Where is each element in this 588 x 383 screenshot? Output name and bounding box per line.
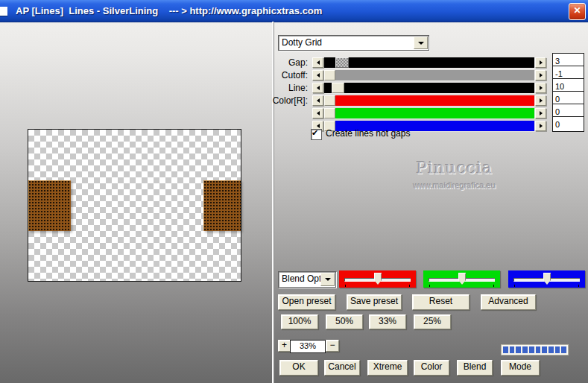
slider-track-line[interactable] <box>324 83 534 93</box>
blend-options-value: Blend Opti <box>282 273 322 285</box>
zoom-50-button[interactable]: 50% <box>326 314 363 329</box>
zoom-in-button[interactable]: + <box>278 340 291 352</box>
arrow-right-icon <box>540 73 543 77</box>
zoom-out-button[interactable]: − <box>326 340 339 352</box>
blend-button[interactable]: Blend <box>457 360 493 376</box>
trackbar-tick <box>345 285 346 287</box>
slider-label: Color[R]: <box>246 95 308 106</box>
zoom-100-button[interactable]: 100% <box>281 314 318 329</box>
trackbar-thumb[interactable] <box>374 273 382 285</box>
slider-label: Gap: <box>246 57 308 68</box>
blend-trackbar-green[interactable] <box>423 270 500 288</box>
arrow-right-icon <box>540 98 543 103</box>
effect-preset-dropdown[interactable]: Dotty Grid <box>278 35 429 51</box>
slider-row-cutoff: Cutoff: <box>0 70 588 80</box>
progress-segment <box>555 346 560 353</box>
preview-swatch-right <box>203 180 241 231</box>
save-preset-button[interactable]: Save preset <box>347 294 402 310</box>
slider-increment-button[interactable] <box>535 121 546 131</box>
trackbar-tick <box>409 285 410 287</box>
zoom-33-button[interactable]: 33% <box>369 314 406 329</box>
trackbar-thumb[interactable] <box>458 273 466 285</box>
slider-row-gap: Gap: <box>0 57 588 68</box>
open-preset-button[interactable]: Open preset <box>278 294 335 310</box>
blend-trackbar-blue[interactable] <box>508 270 585 288</box>
arrow-left-icon <box>317 73 320 77</box>
slider-decrement-button[interactable] <box>312 57 323 68</box>
progress-bar <box>501 344 569 355</box>
chevron-down-icon <box>418 42 424 45</box>
arrow-right-icon <box>540 124 543 128</box>
slider-thumb[interactable] <box>332 83 344 93</box>
progress-segment <box>522 346 528 353</box>
slider-decrement-button[interactable] <box>312 108 323 118</box>
slider-track-gap[interactable] <box>324 57 534 68</box>
create-lines-checkbox[interactable]: ✔ <box>311 129 322 140</box>
slider-thumb[interactable] <box>335 57 349 68</box>
slider-decrement-button[interactable] <box>312 95 323 106</box>
cancel-button[interactable]: Cancel <box>324 360 360 376</box>
progress-segment <box>503 346 508 353</box>
arrow-left-icon <box>317 60 320 65</box>
value-field-blue[interactable] <box>552 116 584 132</box>
trackbar-tick <box>429 285 430 287</box>
slider-increment-button[interactable] <box>535 57 546 68</box>
window-icon <box>0 7 7 16</box>
arrow-left-icon <box>317 86 320 90</box>
window-title: AP [Lines] Lines - SilverLining --- > ht… <box>16 0 322 22</box>
trackbar-tick <box>514 285 515 287</box>
slider-thumb[interactable] <box>324 108 335 118</box>
trackbar-tick <box>493 285 494 287</box>
close-button[interactable]: ✕ <box>569 3 586 20</box>
checkmark-icon: ✔ <box>312 128 318 138</box>
slider-increment-button[interactable] <box>535 70 546 80</box>
slider-row-color-green <box>0 108 588 118</box>
progress-segment <box>542 346 547 353</box>
ok-button[interactable]: OK <box>279 360 318 376</box>
slider-increment-button[interactable] <box>535 108 546 118</box>
xtreme-button[interactable]: Xtreme <box>367 360 408 376</box>
progress-segment <box>561 346 566 353</box>
slider-label: Cutoff: <box>246 70 308 80</box>
arrow-left-icon <box>317 111 320 115</box>
effect-preset-value: Dotty Grid <box>282 37 322 48</box>
watermark-name: Pinuccia <box>380 159 529 177</box>
slider-increment-button[interactable] <box>535 95 546 106</box>
slider-label: Line: <box>246 83 308 93</box>
progress-segment <box>549 346 554 353</box>
slider-thumb[interactable] <box>324 95 335 106</box>
slider-thumb[interactable] <box>324 70 335 80</box>
plugin-dialog: AP [Lines] Lines - SilverLining --- > ht… <box>0 0 588 383</box>
blend-options-dropdown-button[interactable] <box>320 273 335 286</box>
progress-segment <box>536 346 541 353</box>
preview-swatch-left <box>28 180 71 231</box>
progress-segment <box>516 346 521 353</box>
color-button[interactable]: Color <box>414 360 449 376</box>
slider-track-green[interactable] <box>324 108 534 118</box>
trackbar-thumb[interactable] <box>543 273 551 285</box>
slider-increment-button[interactable] <box>535 83 546 93</box>
title-bar[interactable]: AP [Lines] Lines - SilverLining --- > ht… <box>0 0 588 22</box>
slider-row-color-blue <box>0 121 588 131</box>
slider-decrement-button[interactable] <box>312 70 323 80</box>
progress-segment <box>510 346 515 353</box>
slider-row-color-red: Color[R]: <box>0 95 588 106</box>
slider-decrement-button[interactable] <box>312 83 323 93</box>
preview-canvas[interactable] <box>28 129 241 282</box>
zoom-value-field[interactable]: 33% <box>290 340 326 353</box>
blend-trackbar-red[interactable] <box>339 270 416 288</box>
arrow-right-icon <box>540 86 543 90</box>
slider-track-red[interactable] <box>324 95 534 106</box>
mode-button[interactable]: Mode <box>501 360 540 376</box>
zoom-25-button[interactable]: 25% <box>414 314 451 329</box>
slider-row-line: Line: <box>0 83 588 93</box>
trackbar-tick <box>578 285 579 287</box>
create-lines-checkbox-label: Create lines not gaps <box>326 128 410 139</box>
reset-button[interactable]: Reset <box>412 294 470 310</box>
blend-options-dropdown[interactable]: Blend Opti <box>278 271 336 288</box>
chevron-down-icon <box>325 278 331 281</box>
watermark-url: www.maidiregrafica.eu <box>380 181 529 190</box>
slider-track-cutoff[interactable] <box>324 70 534 80</box>
advanced-button[interactable]: Advanced <box>481 294 536 310</box>
effect-preset-dropdown-button[interactable] <box>414 37 428 49</box>
